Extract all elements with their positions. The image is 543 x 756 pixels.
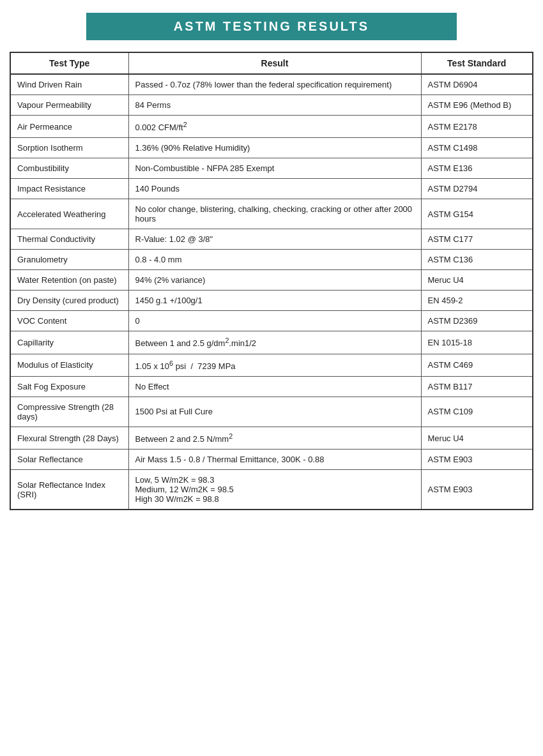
cell-test-type: Sorption Isotherm xyxy=(10,138,128,158)
cell-test-type: Compressive Strength (28 days) xyxy=(10,397,128,427)
cell-test-type: Impact Resistance xyxy=(10,179,128,199)
cell-result: 94% (2% variance) xyxy=(128,270,421,291)
cell-result: No color change, blistering, chalking, c… xyxy=(128,199,421,229)
cell-standard: Meruc U4 xyxy=(421,427,533,449)
cell-test-type: Thermal Conductivity xyxy=(10,229,128,250)
cell-result: 1450 g.1 +/100g/1 xyxy=(128,291,421,311)
table-row: Water Retention (on paste)94% (2% varian… xyxy=(10,270,533,291)
table-row: Modulus of Elasticity1.05 x 106 psi / 72… xyxy=(10,354,533,376)
table-row: Flexural Strength (28 Days)Between 2 and… xyxy=(10,427,533,449)
cell-result: 1.36% (90% Relative Humidity) xyxy=(128,138,421,158)
cell-standard: ASTM C1498 xyxy=(421,138,533,158)
table-row: Granulometry0.8 - 4.0 mmASTM C136 xyxy=(10,250,533,270)
cell-result: Low, 5 W/m2K = 98.3Medium, 12 W/m2K = 98… xyxy=(128,470,421,510)
cell-standard: ASTM D6904 xyxy=(421,74,533,95)
cell-test-type: Granulometry xyxy=(10,250,128,270)
cell-standard: ASTM D2794 xyxy=(421,179,533,199)
table-row: Wind Driven RainPassed - 0.7oz (78% lowe… xyxy=(10,74,533,95)
cell-test-type: VOC Content xyxy=(10,311,128,331)
cell-result: No Effect xyxy=(128,376,421,397)
cell-test-type: Modulus of Elasticity xyxy=(10,354,128,376)
table-row: Impact Resistance140 PoundsASTM D2794 xyxy=(10,179,533,199)
table-row: Thermal ConductivityR-Value: 1.02 @ 3/8"… xyxy=(10,229,533,250)
cell-test-type: Accelerated Weathering xyxy=(10,199,128,229)
cell-result: 0 xyxy=(128,311,421,331)
cell-test-type: Vapour Permeability xyxy=(10,95,128,116)
cell-standard: ASTM E136 xyxy=(421,158,533,179)
cell-standard: ASTM G154 xyxy=(421,199,533,229)
cell-result: R-Value: 1.02 @ 3/8" xyxy=(128,229,421,250)
table-row: Solar Reflectance Air Mass 1.5 - 0.8 / T… xyxy=(10,450,533,470)
table-row: Air Permeance0.002 CFM/ft2ASTM E2178 xyxy=(10,116,533,138)
table-row: Accelerated WeatheringNo color change, b… xyxy=(10,199,533,229)
cell-result: 0.8 - 4.0 mm xyxy=(128,250,421,270)
cell-result: Non-Combustible - NFPA 285 Exempt xyxy=(128,158,421,179)
cell-result: 84 Perms xyxy=(128,95,421,116)
astm-table: Test Type Result Test Standard Wind Driv… xyxy=(10,52,533,510)
cell-test-type: Solar Reflectance xyxy=(10,450,128,470)
cell-standard: ASTM C469 xyxy=(421,354,533,376)
cell-test-type: Dry Density (cured product) xyxy=(10,291,128,311)
page-title: ASTM TESTING RESULTS xyxy=(99,19,444,34)
cell-result: 140 Pounds xyxy=(128,179,421,199)
cell-test-type: Flexural Strength (28 Days) xyxy=(10,427,128,449)
page: ASTM TESTING RESULTS Test Type Result Te… xyxy=(0,0,543,523)
cell-standard: ASTM C109 xyxy=(421,397,533,427)
cell-standard: EN 459-2 xyxy=(421,291,533,311)
cell-standard: Meruc U4 xyxy=(421,270,533,291)
cell-standard: ASTM E2178 xyxy=(421,116,533,138)
table-row: Compressive Strength (28 days)1500 Psi a… xyxy=(10,397,533,427)
cell-standard: ASTM C136 xyxy=(421,250,533,270)
cell-standard: EN 1015-18 xyxy=(421,331,533,354)
table-row: VOC Content0ASTM D2369 xyxy=(10,311,533,331)
cell-test-type: Air Permeance xyxy=(10,116,128,138)
table-row: CapillarityBetween 1 and 2.5 g/dm2.min1/… xyxy=(10,331,533,354)
table-row: Vapour Permeability84 PermsASTM E96 (Met… xyxy=(10,95,533,116)
cell-standard: ASTM C177 xyxy=(421,229,533,250)
cell-test-type: Water Retention (on paste) xyxy=(10,270,128,291)
cell-standard: ASTM E903 xyxy=(421,470,533,510)
cell-result: Between 2 and 2.5 N/mm2 xyxy=(128,427,421,449)
cell-result: 0.002 CFM/ft2 xyxy=(128,116,421,138)
table-row: Sorption Isotherm 1.36% (90% Relative Hu… xyxy=(10,138,533,158)
table-header-row: Test Type Result Test Standard xyxy=(10,52,533,74)
cell-test-type: Wind Driven Rain xyxy=(10,74,128,95)
cell-standard: ASTM E903 xyxy=(421,450,533,470)
col-header-test-type: Test Type xyxy=(10,52,128,74)
table-row: Solar Reflectance Index (SRI)Low, 5 W/m2… xyxy=(10,470,533,510)
cell-test-type: Salt Fog Exposure xyxy=(10,376,128,397)
cell-test-type: Solar Reflectance Index (SRI) xyxy=(10,470,128,510)
cell-result: 1.05 x 106 psi / 7239 MPa xyxy=(128,354,421,376)
header-banner: ASTM TESTING RESULTS xyxy=(86,13,457,40)
cell-result: 1500 Psi at Full Cure xyxy=(128,397,421,427)
cell-test-type: Combustibility xyxy=(10,158,128,179)
table-row: Combustibility Non-Combustible - NFPA 28… xyxy=(10,158,533,179)
cell-standard: ASTM E96 (Method B) xyxy=(421,95,533,116)
col-header-standard: Test Standard xyxy=(421,52,533,74)
cell-standard: ASTM D2369 xyxy=(421,311,533,331)
cell-test-type: Capillarity xyxy=(10,331,128,354)
cell-standard: ASTM B117 xyxy=(421,376,533,397)
cell-result: Air Mass 1.5 - 0.8 / Thermal Emittance, … xyxy=(128,450,421,470)
table-row: Salt Fog ExposureNo EffectASTM B117 xyxy=(10,376,533,397)
table-row: Dry Density (cured product)1450 g.1 +/10… xyxy=(10,291,533,311)
cell-result: Between 1 and 2.5 g/dm2.min1/2 xyxy=(128,331,421,354)
cell-result: Passed - 0.7oz (78% lower than the feder… xyxy=(128,74,421,95)
col-header-result: Result xyxy=(128,52,421,74)
